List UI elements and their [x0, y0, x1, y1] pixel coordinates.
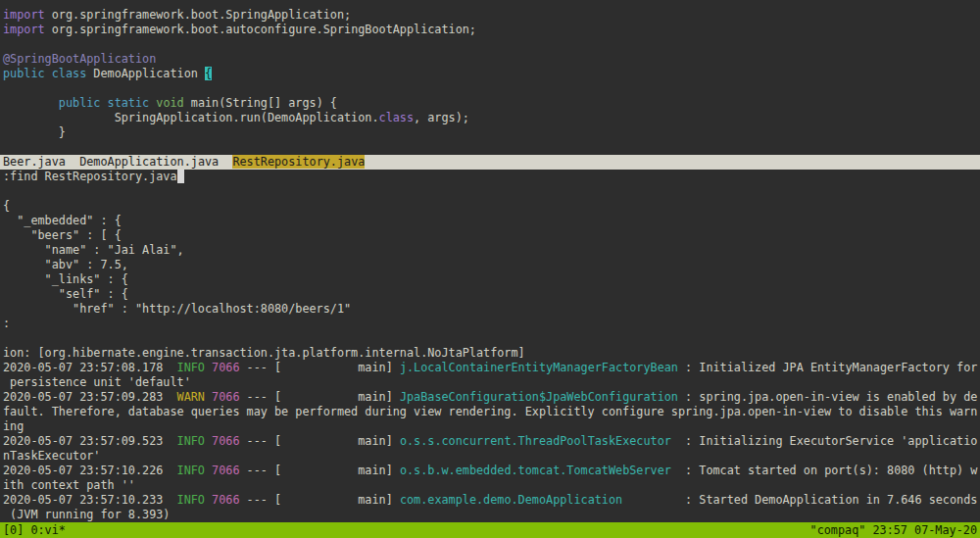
text-segment: --- [ main] [240, 464, 400, 477]
logger-name: o.s.b.w.embedded.tomcat.TomcatWebServer [400, 464, 671, 477]
text-segment: DemoApplication [86, 67, 205, 80]
log-timestamp: 2020-05-07 23:57:09.523 [3, 434, 177, 448]
log-line: ion: [org.hibernate.engine.transaction.j… [0, 346, 980, 361]
log-line: 2020-05-07 23:57:09.523 INFO 7066 --- [ … [0, 434, 980, 449]
text-segment: :find RestRepository.java [3, 170, 177, 183]
text-segment: "abv" : 7.5, [3, 258, 128, 271]
logger-name: JpaBaseConfiguration$JpaWebConfiguration [400, 390, 678, 404]
text-segment: , args); [414, 111, 469, 124]
text-segment: } [3, 125, 66, 139]
log-line: fault. Therefore, database queries may b… [0, 405, 980, 419]
log-line: ith context path '' [0, 478, 980, 493]
cursor-on-brace: { [205, 67, 212, 80]
terminal-content: import org.springframework.boot.SpringAp… [0, 0, 980, 522]
text-segment: SpringApplication.run(DemoApplication. [3, 111, 379, 124]
text-segment: org.springframework.boot.SpringApplicati… [45, 8, 352, 22]
vim-command-line: :find RestRepository.java [0, 170, 980, 184]
code-line: import org.springframework.boot.autoconf… [0, 23, 980, 37]
blank-line [0, 37, 980, 52]
log-line: ing [0, 419, 980, 434]
log-pid: 7066 [212, 434, 239, 448]
text-segment: ith context path '' [3, 478, 135, 492]
text-segment: : spring.jpa.open-in-view is enabled by … [678, 390, 977, 404]
json-line: "_links" : { [0, 272, 980, 287]
log-timestamp: 2020-05-07 23:57:08.178 [3, 361, 177, 374]
text-segment: org.springframework.boot.autoconfigure.S… [45, 23, 476, 36]
logger-name: o.s.s.concurrent.ThreadPoolTaskExecutor [400, 434, 671, 448]
annotation-springbootapplication: @SpringBootApplication [3, 52, 156, 66]
json-line: "_embedded" : { [0, 214, 980, 228]
log-line: 2020-05-07 23:57:08.178 INFO 7066 --- [ … [0, 361, 980, 375]
text-segment: { [3, 199, 10, 213]
blank-line [0, 140, 980, 155]
blank-line [0, 331, 980, 346]
tmux-window-list[interactable]: [0] 0:vi* [3, 522, 66, 538]
log-pid: 7066 [212, 361, 239, 374]
text-segment: : [3, 317, 10, 330]
keyword-public-static: public static [59, 96, 149, 110]
log-pid: 7066 [212, 464, 239, 477]
wildmenu-item-demoapplication: DemoApplication.java [79, 155, 219, 169]
code-line: @SpringBootApplication [0, 52, 980, 67]
log-timestamp: 2020-05-07 23:57:10.226 [3, 464, 177, 477]
code-line: public class DemoApplication { [0, 67, 980, 81]
log-level-info: INFO [177, 434, 205, 448]
keyword-import: import [3, 23, 45, 36]
text-segment [66, 155, 79, 169]
log-pid: 7066 [212, 493, 239, 507]
text-segment: "href" : "http://localhost:8080/beers/1" [3, 302, 351, 316]
text-segment: fault. Therefore, database queries may b… [3, 405, 977, 418]
text-segment: : Tomcat started on port(s): 8080 (http)… [671, 464, 978, 477]
code-line: public static void main(String[] args) { [0, 96, 980, 111]
json-line: { [0, 199, 980, 214]
text-segment: --- [ main] [240, 361, 400, 374]
log-timestamp: 2020-05-07 23:57:10.233 [3, 493, 177, 507]
log-line: 2020-05-07 23:57:10.226 INFO 7066 --- [ … [0, 464, 980, 478]
text-segment: persistence unit 'default' [3, 375, 191, 389]
json-line: "self" : { [0, 287, 980, 302]
json-line: "name" : "Jai Alai", [0, 243, 980, 258]
text-segment [219, 155, 232, 169]
log-line: 2020-05-07 23:57:09.283 WARN 7066 --- [ … [0, 390, 980, 405]
keyword-import: import [3, 8, 45, 22]
text-segment [3, 96, 59, 110]
log-line: nTaskExecutor' [0, 449, 980, 464]
json-line: "href" : "http://localhost:8080/beers/1" [0, 302, 980, 317]
text-segment: --- [ main] [240, 493, 400, 507]
keyword-void: void [156, 96, 183, 110]
text-segment: (JVM running for 8.393) [3, 508, 170, 521]
keyword-public-class: public class [3, 67, 86, 80]
text-segment: ion: [org.hibernate.engine.transaction.j… [3, 346, 525, 360]
text-segment: "self" : { [3, 287, 128, 301]
cursor-block [177, 170, 184, 183]
code-line: import org.springframework.boot.SpringAp… [0, 8, 980, 23]
pager-prompt: : [0, 317, 980, 331]
blank-line [0, 184, 980, 199]
tmux-status-right: "compaq" 23:57 07-May-20 [810, 522, 977, 538]
log-line: persistence unit 'default' [0, 375, 980, 390]
code-line: SpringApplication.run(DemoApplication.cl… [0, 111, 980, 125]
log-line: 2020-05-07 23:57:10.233 INFO 7066 --- [ … [0, 493, 980, 508]
log-line: (JVM running for 8.393) [0, 508, 980, 522]
log-pid: 7066 [212, 390, 239, 404]
log-timestamp: 2020-05-07 23:57:09.283 [3, 390, 177, 404]
log-level-info: INFO [177, 493, 205, 507]
code-line: } [0, 125, 980, 140]
text-segment: "name" : "Jai Alai", [3, 243, 184, 257]
keyword-class-literal: class [379, 111, 415, 124]
text-segment: : Initializing ExecutorService 'applicat… [671, 434, 978, 448]
text-segment: --- [ main] [240, 434, 400, 448]
vim-wildmenu-bar: Beer.java DemoApplication.java RestRepos… [0, 155, 980, 170]
tmux-status-bar: [0] 0:vi* "compaq" 23:57 07-May-20 [0, 522, 980, 538]
text-segment: "beers" : [ { [3, 228, 122, 242]
logger-name: com.example.demo.DemoApplication [400, 493, 622, 507]
log-level-info: INFO [177, 464, 205, 477]
wildmenu-item-selected-restrepository: RestRepository.java [232, 155, 365, 169]
text-segment: nTaskExecutor' [3, 449, 100, 463]
blank-line [0, 81, 980, 96]
terminal-screen[interactable]: import org.springframework.boot.SpringAp… [0, 0, 980, 538]
text-segment: : Initialized JPA EntityManagerFactory f… [678, 361, 977, 374]
log-level-info: INFO [177, 361, 205, 374]
json-line: "abv" : 7.5, [0, 258, 980, 272]
log-level-warn: WARN [177, 390, 205, 404]
